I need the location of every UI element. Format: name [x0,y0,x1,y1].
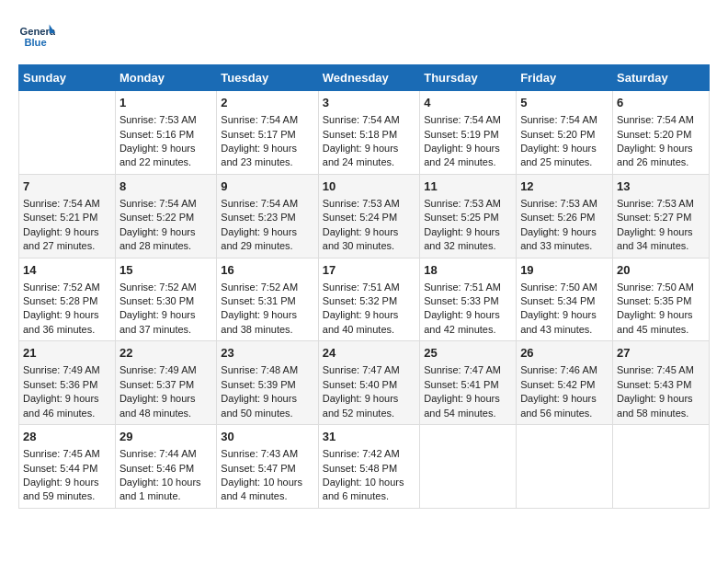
calendar-cell: 31Sunrise: 7:42 AMSunset: 5:48 PMDayligh… [318,425,419,509]
day-info-line: Sunrise: 7:53 AM [119,113,212,127]
calendar-cell: 14Sunrise: 7:52 AMSunset: 5:28 PMDayligh… [19,258,116,341]
day-info-line: Daylight: 9 hours [617,392,705,406]
header-day-tuesday: Tuesday [217,65,318,91]
svg-text:Blue: Blue [24,37,46,48]
day-info-line: Daylight: 9 hours [424,142,512,155]
day-info-line: Sunset: 5:36 PM [23,378,111,392]
calendar-cell: 22Sunrise: 7:49 AMSunset: 5:37 PMDayligh… [115,341,216,425]
day-info-line: Sunset: 5:40 PM [323,378,415,392]
day-number: 27 [617,345,705,362]
day-info-line: Sunrise: 7:53 AM [424,197,512,211]
day-info-line: and 24 minutes. [323,155,415,169]
day-info-line: Daylight: 9 hours [323,392,415,406]
day-info-line: Sunset: 5:47 PM [221,462,313,476]
day-info-line: Sunset: 5:33 PM [424,294,512,308]
day-info-line: Sunset: 5:18 PM [323,128,415,142]
calendar-header: SundayMondayTuesdayWednesdayThursdayFrid… [19,65,710,91]
day-number: 8 [119,178,212,195]
header-day-wednesday: Wednesday [318,65,419,91]
calendar-cell: 6Sunrise: 7:54 AMSunset: 5:20 PMDaylight… [613,91,710,175]
calendar-cell: 13Sunrise: 7:53 AMSunset: 5:27 PMDayligh… [613,174,710,258]
calendar-cell: 23Sunrise: 7:48 AMSunset: 5:39 PMDayligh… [217,341,318,425]
day-info-line: Sunrise: 7:54 AM [119,197,212,211]
day-info-line: Daylight: 9 hours [23,225,111,239]
calendar-cell: 7Sunrise: 7:54 AMSunset: 5:21 PMDaylight… [19,174,116,258]
day-number: 16 [221,262,313,279]
day-info-line: and 26 minutes. [617,155,705,169]
day-info-line: Daylight: 9 hours [617,225,705,239]
day-info-line: Daylight: 9 hours [23,476,111,489]
calendar-cell: 4Sunrise: 7:54 AMSunset: 5:19 PMDaylight… [420,91,517,175]
day-info-line: and 36 minutes. [23,323,111,337]
day-info-line: and 32 minutes. [424,239,512,253]
calendar-cell [613,425,710,509]
day-info-line: Sunset: 5:32 PM [323,294,415,308]
day-number: 22 [119,345,212,362]
day-info-line: Daylight: 9 hours [617,142,705,155]
day-info-line: Sunrise: 7:47 AM [424,363,512,377]
day-info-line: Daylight: 9 hours [221,225,313,239]
day-info-line: Sunset: 5:23 PM [221,211,313,224]
calendar-cell: 30Sunrise: 7:43 AMSunset: 5:47 PMDayligh… [217,425,318,509]
day-number: 28 [23,429,111,445]
day-info-line: Daylight: 10 hours [119,476,212,489]
day-info-line: Sunset: 5:19 PM [424,128,512,142]
day-info-line: and 30 minutes. [323,239,415,253]
header-row: SundayMondayTuesdayWednesdayThursdayFrid… [19,65,710,91]
day-number: 24 [323,345,415,362]
day-info-line: Daylight: 9 hours [323,225,415,239]
header-day-thursday: Thursday [420,65,517,91]
day-info-line: and 25 minutes. [520,155,609,169]
week-row-1: 1Sunrise: 7:53 AMSunset: 5:16 PMDaylight… [19,91,710,175]
day-info-line: and 6 minutes. [323,489,415,503]
day-info-line: and 23 minutes. [221,155,313,169]
calendar-cell [19,91,116,175]
day-info-line: Sunrise: 7:49 AM [119,363,212,377]
day-number: 30 [221,429,313,445]
day-number: 20 [617,262,705,279]
day-info-line: and 38 minutes. [221,323,313,337]
calendar-table: SundayMondayTuesdayWednesdayThursdayFrid… [18,64,710,509]
day-info-line: and 37 minutes. [119,323,212,337]
day-info-line: Daylight: 9 hours [520,225,609,239]
day-number: 26 [520,345,609,362]
day-info-line: Sunset: 5:34 PM [520,294,609,308]
day-info-line: Sunrise: 7:48 AM [221,363,313,377]
calendar-cell: 2Sunrise: 7:54 AMSunset: 5:17 PMDaylight… [217,91,318,175]
day-info-line: and 59 minutes. [23,489,111,503]
day-info-line: Sunrise: 7:42 AM [323,447,415,461]
day-info-line: Sunrise: 7:50 AM [520,281,609,294]
calendar-cell: 29Sunrise: 7:44 AMSunset: 5:46 PMDayligh… [115,425,216,509]
day-info-line: Sunrise: 7:43 AM [221,447,313,461]
day-info-line: and 48 minutes. [119,407,212,420]
calendar-cell: 17Sunrise: 7:51 AMSunset: 5:32 PMDayligh… [318,258,419,341]
day-info-line: Sunrise: 7:46 AM [520,363,609,377]
calendar-cell: 8Sunrise: 7:54 AMSunset: 5:22 PMDaylight… [115,174,216,258]
day-info-line: Daylight: 10 hours [221,476,313,489]
day-number: 5 [520,95,609,111]
header-day-monday: Monday [115,65,216,91]
day-info-line: Daylight: 9 hours [119,392,212,406]
calendar-cell [420,425,517,509]
day-number: 4 [424,95,512,111]
week-row-4: 21Sunrise: 7:49 AMSunset: 5:36 PMDayligh… [19,341,710,425]
calendar-cell: 5Sunrise: 7:54 AMSunset: 5:20 PMDaylight… [517,91,613,175]
day-info-line: and 4 minutes. [221,489,313,503]
calendar-cell: 26Sunrise: 7:46 AMSunset: 5:42 PMDayligh… [517,341,613,425]
day-info-line: Sunset: 5:27 PM [617,211,705,224]
day-info-line: and 22 minutes. [119,155,212,169]
day-info-line: Sunset: 5:41 PM [424,378,512,392]
day-info-line: and 58 minutes. [617,407,705,420]
header-day-sunday: Sunday [19,65,116,91]
day-info-line: Daylight: 9 hours [119,142,212,155]
day-info-line: Sunset: 5:20 PM [617,128,705,142]
page-header: General Blue [18,18,710,55]
day-info-line: Daylight: 9 hours [23,392,111,406]
day-info-line: Daylight: 9 hours [221,142,313,155]
day-info-line: and 46 minutes. [23,407,111,420]
header-day-friday: Friday [517,65,613,91]
day-info-line: Sunrise: 7:53 AM [323,197,415,211]
day-info-line: Daylight: 9 hours [221,308,313,322]
day-info-line: Sunset: 5:44 PM [23,462,111,476]
day-info-line: and 1 minute. [119,489,212,503]
